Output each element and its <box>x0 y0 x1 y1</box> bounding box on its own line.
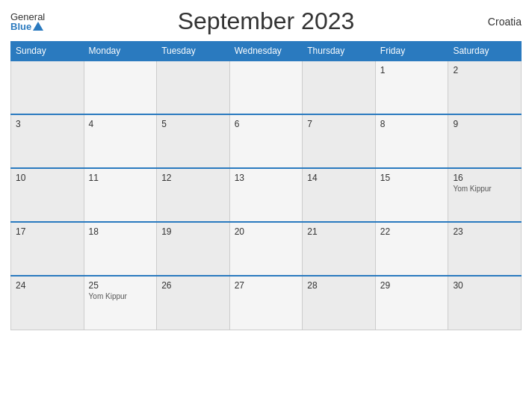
day-number: 29 <box>380 280 444 291</box>
header-thursday: Thursday <box>303 42 376 61</box>
day-cell: 12 <box>157 168 230 222</box>
day-cell: 22 <box>375 222 448 276</box>
event-label: Yom Kippur <box>453 185 516 193</box>
calendar-container: General Blue September 2023 Croatia Sund… <box>0 0 532 411</box>
day-number: 8 <box>380 119 444 129</box>
day-number: 23 <box>453 226 516 237</box>
day-cell: 30 <box>448 276 522 330</box>
day-cell: 3 <box>11 114 84 168</box>
day-number: 11 <box>89 173 152 183</box>
day-number: 25 <box>89 280 152 291</box>
day-number: 28 <box>307 280 371 291</box>
header-sunday: Sunday <box>11 42 84 61</box>
day-number: 10 <box>16 173 79 183</box>
day-cell: 25Yom Kippur <box>84 276 157 330</box>
day-cell: 19 <box>157 222 230 276</box>
day-cell <box>84 61 157 114</box>
day-cell: 26 <box>157 276 230 330</box>
day-header-row: Sunday Monday Tuesday Wednesday Thursday… <box>11 42 522 61</box>
day-number: 17 <box>16 226 79 237</box>
header-friday: Friday <box>375 42 448 61</box>
day-number: 2 <box>453 65 516 75</box>
day-cell <box>11 61 84 114</box>
day-cell <box>229 61 303 114</box>
day-number: 27 <box>235 280 298 291</box>
country-label: Croatia <box>488 16 522 28</box>
day-cell: 8 <box>375 114 448 168</box>
week-row: 2425Yom Kippur2627282930 <box>11 276 522 330</box>
day-number: 12 <box>161 173 225 183</box>
day-number: 3 <box>16 119 79 129</box>
day-cell: 21 <box>303 222 376 276</box>
header-wednesday: Wednesday <box>229 42 303 61</box>
day-number: 14 <box>307 173 371 183</box>
calendar-header: General Blue September 2023 Croatia <box>10 7 522 35</box>
week-row: 12 <box>11 61 522 114</box>
day-number: 7 <box>307 119 371 129</box>
day-number: 9 <box>453 119 516 129</box>
day-number: 21 <box>307 226 371 237</box>
day-number: 1 <box>380 65 444 75</box>
logo-blue-text: Blue <box>10 22 43 31</box>
header-saturday: Saturday <box>448 42 522 61</box>
calendar-title: September 2023 <box>178 7 355 35</box>
day-cell: 9 <box>448 114 522 168</box>
day-cell: 18 <box>84 222 157 276</box>
day-cell: 24 <box>11 276 84 330</box>
day-cell <box>303 61 376 114</box>
day-cell: 15 <box>375 168 448 222</box>
logo-triangle-icon <box>33 22 43 31</box>
day-cell: 23 <box>448 222 522 276</box>
day-cell: 28 <box>303 276 376 330</box>
day-cell: 5 <box>157 114 230 168</box>
week-row: 3456789 <box>11 114 522 168</box>
day-cell: 10 <box>11 168 84 222</box>
week-row: 10111213141516Yom Kippur <box>11 168 522 222</box>
day-number: 24 <box>16 280 79 291</box>
day-number: 18 <box>89 226 152 237</box>
day-cell: 2 <box>448 61 522 114</box>
header-monday: Monday <box>84 42 157 61</box>
day-number: 6 <box>235 119 298 129</box>
day-cell: 4 <box>84 114 157 168</box>
day-cell: 14 <box>303 168 376 222</box>
day-number: 5 <box>161 119 225 129</box>
header-tuesday: Tuesday <box>157 42 230 61</box>
day-number: 13 <box>235 173 298 183</box>
day-number: 16 <box>453 173 516 183</box>
calendar-table: Sunday Monday Tuesday Wednesday Thursday… <box>10 41 522 330</box>
event-label: Yom Kippur <box>89 292 152 300</box>
day-cell: 13 <box>229 168 303 222</box>
day-cell: 27 <box>229 276 303 330</box>
day-number: 4 <box>89 119 152 129</box>
day-number: 26 <box>161 280 225 291</box>
day-number: 15 <box>380 173 444 183</box>
day-cell: 11 <box>84 168 157 222</box>
day-cell: 17 <box>11 222 84 276</box>
day-cell: 7 <box>303 114 376 168</box>
calendar-body: 12345678910111213141516Yom Kippur1718192… <box>11 61 522 330</box>
week-row: 17181920212223 <box>11 222 522 276</box>
day-cell: 20 <box>229 222 303 276</box>
day-number: 20 <box>235 226 298 237</box>
day-number: 30 <box>453 280 516 291</box>
day-cell: 29 <box>375 276 448 330</box>
day-cell: 1 <box>375 61 448 114</box>
day-number: 19 <box>161 226 225 237</box>
logo: General Blue <box>10 12 45 31</box>
day-cell: 16Yom Kippur <box>448 168 522 222</box>
day-number: 22 <box>380 226 444 237</box>
day-cell: 6 <box>229 114 303 168</box>
day-cell <box>157 61 230 114</box>
